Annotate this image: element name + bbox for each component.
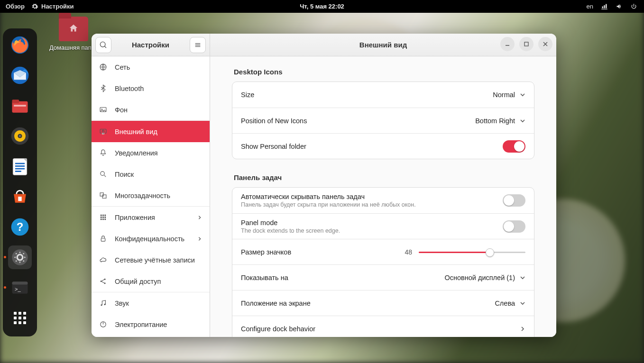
row-label: Show Personal folder xyxy=(241,143,503,150)
sidebar-item-globe[interactable]: Сеть xyxy=(92,56,210,78)
group-taskbar-title: Панель задач xyxy=(234,173,534,182)
autohide-switch[interactable] xyxy=(503,194,525,207)
row-icon-size[interactable]: Size Normal xyxy=(232,82,534,108)
svg-rect-13 xyxy=(15,171,21,172)
row-label: Configure dock behavior xyxy=(241,325,520,333)
row-dock-behavior[interactable]: Configure dock behavior xyxy=(232,316,534,337)
slider-value: 48 xyxy=(398,248,412,256)
sidebar-item-label: Внешний вид xyxy=(115,128,157,136)
hamburger-button[interactable] xyxy=(190,37,206,53)
chevron-right-icon xyxy=(197,236,202,241)
svg-point-45 xyxy=(101,304,102,306)
svg-rect-4 xyxy=(14,105,26,107)
row-description: Панель задач будет скрыта при наложении … xyxy=(241,201,503,208)
dock-libreoffice-writer[interactable] xyxy=(8,154,32,178)
sidebar-item-music[interactable]: Звук xyxy=(92,292,210,314)
desktop-icon-label: Домашняя папка xyxy=(49,44,98,51)
row-label: Автоматически скрывать панель задач xyxy=(241,193,503,200)
close-button[interactable] xyxy=(538,37,552,51)
icon-size-slider[interactable] xyxy=(419,247,525,257)
chevron-down-icon xyxy=(520,300,525,306)
sidebar-item-label: Поиск xyxy=(115,171,134,178)
dock-help[interactable]: ? xyxy=(8,215,32,239)
svg-rect-39 xyxy=(102,218,104,220)
row-icon-size-slider: Размер значков 48 xyxy=(232,239,534,264)
sidebar-item-search[interactable]: Поиск xyxy=(92,163,210,185)
row-panel-mode: Panel mode The dock extends to the scree… xyxy=(232,213,534,239)
row-autohide: Автоматически скрывать панель задач Пане… xyxy=(232,188,534,213)
dock-firefox[interactable] xyxy=(8,33,32,57)
sidebar-item-bluetooth[interactable]: Bluetooth xyxy=(92,78,210,99)
svg-rect-11 xyxy=(15,165,25,167)
sidebar-item-bell[interactable]: Уведомления xyxy=(92,142,210,163)
svg-rect-21 xyxy=(506,45,509,46)
power-icon[interactable] xyxy=(630,3,637,10)
sidebar-item-multitask[interactable]: Многозадачность xyxy=(92,185,210,206)
sidebar-item-cloud[interactable]: Сетевые учётные записи xyxy=(92,249,210,271)
chevron-right-icon xyxy=(197,215,202,220)
content-pane: Desktop Icons Size Normal Position of Ne… xyxy=(210,56,556,337)
row-new-icons-position[interactable]: Position of New Icons Bottom Right xyxy=(232,108,534,133)
desktop-icons-group: Size Normal Position of New Icons Bottom… xyxy=(232,82,534,159)
row-value: Bottom Right xyxy=(475,117,515,125)
show-personal-folder-switch[interactable] xyxy=(503,140,525,153)
network-icon[interactable] xyxy=(601,3,608,10)
svg-rect-26 xyxy=(100,129,106,134)
volume-icon[interactable] xyxy=(616,3,623,10)
sidebar-item-label: Сетевые учётные записи xyxy=(115,256,195,264)
clock[interactable]: Чт, 5 мая 22:02 xyxy=(300,3,344,10)
chevron-right-icon xyxy=(520,326,525,332)
dock-rhythmbox[interactable] xyxy=(8,124,32,148)
svg-rect-37 xyxy=(104,217,106,218)
app-menu[interactable]: Настройки xyxy=(31,3,74,10)
svg-text:?: ? xyxy=(17,220,24,233)
svg-rect-35 xyxy=(101,217,102,218)
keyboard-layout-indicator[interactable]: en xyxy=(587,3,593,10)
dock-software[interactable] xyxy=(8,185,32,209)
dock-app-grid[interactable] xyxy=(8,306,32,330)
svg-rect-14 xyxy=(18,197,21,201)
minimize-icon xyxy=(505,41,510,47)
dock-files[interactable] xyxy=(8,94,32,118)
sidebar-item-label: Bluetooth xyxy=(115,85,144,92)
activities-button[interactable]: Обзор xyxy=(6,3,25,10)
svg-point-28 xyxy=(102,130,104,132)
search-icon xyxy=(100,41,107,49)
row-show-on[interactable]: Показывать на Основной дисплей (1) xyxy=(232,264,534,290)
app-menu-label: Настройки xyxy=(41,3,74,10)
maximize-button[interactable] xyxy=(519,37,534,51)
sidebar-item-power[interactable]: Электропитание xyxy=(92,314,210,335)
sidebar-item-label: Сеть xyxy=(115,64,130,71)
sidebar-item-apps[interactable]: Приложения xyxy=(92,207,210,228)
dock-settings[interactable] xyxy=(8,245,32,269)
svg-point-43 xyxy=(104,279,105,280)
panel-mode-switch[interactable] xyxy=(503,220,525,233)
dock: ? >_ xyxy=(3,28,37,336)
svg-rect-3 xyxy=(12,100,19,103)
minimize-button[interactable] xyxy=(500,37,515,51)
sidebar-item-lock[interactable]: Конфиденциальность xyxy=(92,228,210,249)
sidebar-item-share[interactable]: Общий доступ xyxy=(92,271,210,292)
group-desktop-icons-title: Desktop Icons xyxy=(234,68,534,76)
taskbar-group: Автоматически скрывать панель задач Пане… xyxy=(232,187,534,337)
hamburger-icon xyxy=(194,41,202,49)
dock-terminal[interactable]: >_ xyxy=(8,276,32,299)
gear-icon xyxy=(31,3,38,10)
row-label: Size xyxy=(241,91,493,99)
svg-point-29 xyxy=(101,172,105,176)
row-label: Размер значков xyxy=(241,248,398,256)
svg-rect-19 xyxy=(12,281,28,284)
svg-rect-41 xyxy=(101,238,105,241)
svg-point-42 xyxy=(101,281,102,282)
chevron-down-icon xyxy=(520,118,525,124)
dock-thunderbird[interactable] xyxy=(8,64,32,87)
row-screen-position[interactable]: Положение на экране Слева xyxy=(232,290,534,316)
sidebar-item-appearance[interactable]: Внешний вид xyxy=(92,121,210,142)
sidebar-item-label: Звук xyxy=(115,299,129,307)
svg-rect-12 xyxy=(15,168,25,170)
row-show-personal-folder: Show Personal folder xyxy=(232,133,534,159)
svg-point-44 xyxy=(104,282,105,284)
row-value: Основной дисплей (1) xyxy=(444,274,515,281)
sidebar-item-background[interactable]: Фон xyxy=(92,99,210,120)
search-button[interactable] xyxy=(95,37,111,53)
